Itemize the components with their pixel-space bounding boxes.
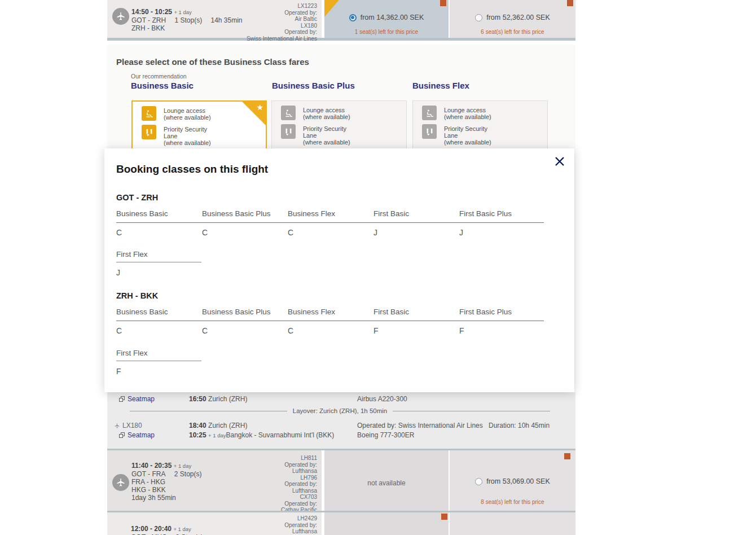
fare-panel-title: Please select one of these Business Clas… [116,57,309,67]
header-divider [116,222,544,223]
fare-price: from 14,362.00 SEK [361,14,424,21]
close-icon [554,156,565,167]
flight-summary: 11:40 - 20:35 + 1 day GOT - FRA 2 Stop(s… [107,450,322,511]
fare-name-business-basic: Business Basic [131,81,194,90]
seatmap-link[interactable]: Seatmap [118,431,155,439]
plus-day-label: + 1 day [174,463,191,469]
layover-label: Layover: Zurich (ZRH), 1h 50min [293,407,387,414]
close-button[interactable] [554,156,565,167]
recommendation-label: Our recommendation [131,73,187,80]
fare-radio[interactable] [475,14,482,21]
operated-by-label: Operated by: [247,10,317,16]
booking-class-code: C [202,228,288,237]
booking-class-code: C [116,326,202,335]
route-leg: GOT - FRA [131,470,165,478]
operated-by: Operated by: Swiss International Air Lin… [357,422,483,429]
header-divider [116,361,201,361]
business-fare-cell[interactable]: from 14,362.00 SEK 1 seat(s) left for th… [324,0,449,38]
column-header: First Flex [116,250,148,258]
benefit-line: Lounge access [164,107,211,114]
booking-class-code: C [288,228,373,237]
flight-times-routes: 12:00 - 20:40 + 1 day GOT - MUC 2 Stop(s… [107,512,203,535]
booking-class-code: C [202,326,288,335]
booking-class-code: J [116,268,120,277]
operated-by-label: Operated by: [247,29,317,36]
seats-left-label: 1 seat(s) left for this price [324,29,449,35]
operated-by-label: Operated by: [284,522,317,529]
flight-summary: 12:00 - 20:40 + 1 day GOT - MUC 2 Stop(s… [107,512,322,535]
availability-marker [564,453,570,459]
arrival-airport: Bangkok - Suvarnabhumi Int'l (BKK) [226,431,334,439]
benefit-line: (where available) [303,113,350,120]
operating-carriers: LH2429 Operated by: Lufthansa [284,512,322,535]
column-header: First Flex [116,349,148,357]
business-fare-cell: not available [324,450,449,511]
booking-class-code: C [116,228,202,237]
seatmap-icon [118,396,125,402]
fare-radio-selected[interactable] [349,14,357,21]
benefit-line: Priority Security [164,126,211,133]
column-header: Business Flex [288,308,373,316]
benefit-line: (where available) [164,139,211,146]
carrier-name: Swiss International Air Lines [247,36,317,42]
first-fare-cell[interactable] [450,512,575,535]
flight-number: LH811 [281,455,317,462]
benefit-line: (where available) [164,114,211,121]
column-header: First Basic [373,209,459,218]
booking-class-values: C C C J J [116,228,545,237]
flight-result-row: 12:00 - 20:40 + 1 day GOT - MUC 2 Stop(s… [107,511,575,535]
booking-class-code: J [459,228,545,237]
route-leg: GOT - ZRH [131,16,166,24]
flight-result-row: 14:50 - 10:25 + 1 day GOT - ZRH 1 Stop(s… [107,0,575,41]
stops-label: 2 Stop(s) [174,470,202,478]
carrier-name: Lufthansa [281,488,317,494]
star-icon: ★ [256,103,263,112]
flight-number: CX703 [281,494,317,501]
booking-class-code: F [373,326,459,335]
benefit-line: Lane [444,132,491,139]
plus-day-label: + 1 day [208,432,226,438]
benefit-line: (where available) [444,113,491,120]
booking-class-code: F [459,326,545,335]
flight-result-row: 11:40 - 20:35 + 1 day GOT - FRA 2 Stop(s… [107,449,575,511]
arrival-time: 10:25 [189,431,206,439]
route-leg: FRA - HKG [131,478,165,486]
flight-times: 12:00 - 20:40 [131,525,172,533]
plane-icon [114,423,120,429]
arrival-time: 16:50 [189,395,206,403]
benefit-line: Lane [164,133,211,139]
seatmap-link[interactable]: Seatmap [118,395,155,403]
first-fare-cell[interactable]: from 52,362.00 SEK 6 seat(s) left for th… [450,0,575,38]
departure-airport: Zurich (ZRH) [208,422,247,429]
booking-class-code: F [116,367,121,376]
carrier-name: Air Baltic [247,16,317,23]
fare-name-business-basic-plus: Business Basic Plus [272,81,355,90]
plus-day-label: + 1 day [174,9,191,15]
first-fare-cell[interactable]: from 53,069.00 SEK 8 seat(s) left for th… [450,450,575,511]
seats-left-label: 8 seat(s) left for this price [450,499,575,505]
departure-time: 18:40 [189,422,206,429]
modal-route-heading: ZRH - BKK [116,291,158,300]
carrier-name: Lufthansa [284,528,317,535]
availability-marker [440,0,446,6]
fare-price: from 52,362.00 SEK [486,14,550,21]
flight-times-routes: 14:50 - 10:25 + 1 day GOT - ZRH 1 Stop(s… [131,0,243,38]
fare-radio[interactable] [475,478,482,485]
benefit-line: Lounge access [303,107,350,113]
availability-marker [441,514,447,520]
flight-number: LX180 [122,422,142,429]
column-header: Business Flex [288,209,373,218]
seats-left-label: 6 seat(s) left for this price [450,29,575,35]
flight-number: LH2429 [284,515,317,522]
priority-security-lane-icon [422,124,437,139]
benefit-line: Lane [303,132,350,139]
leg-duration: 14h 35min [210,16,242,24]
column-header: Business Basic Plus [202,308,288,316]
lounge-access-icon [142,106,156,121]
stops-label: 1 Stop(s) [174,16,202,24]
column-header: Business Basic [116,308,202,316]
fare-name-business-flex: Business Flex [412,81,469,90]
flight-summary: 14:50 - 10:25 + 1 day GOT - ZRH 1 Stop(s… [107,0,322,38]
not-available-label: not available [324,479,449,487]
airline-icon [112,8,129,25]
